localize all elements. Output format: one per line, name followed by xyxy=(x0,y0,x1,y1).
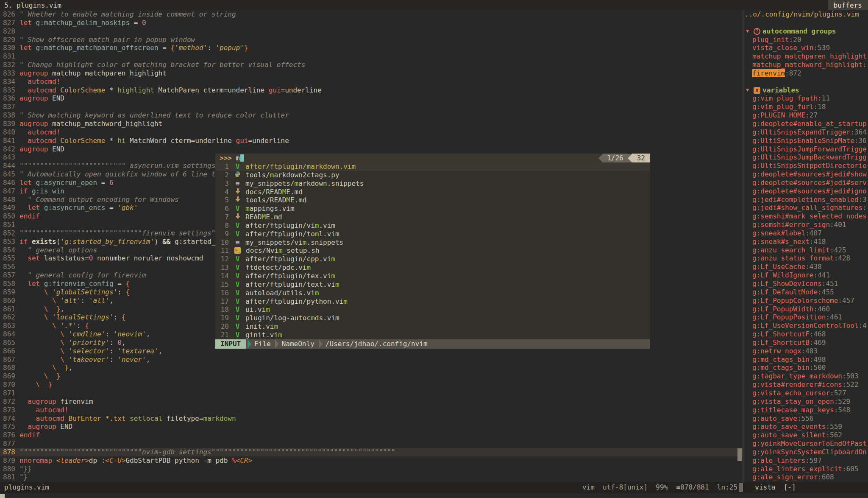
sidebar-symbol-item[interactable]: g:Lf_ShortcutF:468 xyxy=(743,330,868,339)
code-line[interactable]: 830let g:matchup_matchparen_offscreen = … xyxy=(0,44,743,52)
sidebar-symbol-item[interactable]: g:md_ctags_bin:500 xyxy=(743,364,868,372)
sidebar-symbol-item[interactable]: g:Lf_PopupPosition:461 xyxy=(743,313,868,322)
code-line[interactable]: 867 \ 'takeover': 'never', xyxy=(0,355,743,364)
code-line[interactable]: 879nnoremap <leader>dp :<C-U>GdbStartPDB… xyxy=(0,456,743,465)
code-line[interactable]: 874 autocmd BufEnter *.txt setlocal file… xyxy=(0,414,743,423)
sidebar-symbol-item[interactable]: g:UltiSnipsExpandTrigger:364 xyxy=(743,128,868,137)
sidebar-symbol-item[interactable]: g:Lf_PopupColorscheme:457 xyxy=(743,297,868,305)
code-line[interactable]: 831 xyxy=(0,52,743,61)
sidebar-symbol-item[interactable]: g:deoplete#enable_at_startup xyxy=(743,120,868,128)
sidebar-symbol-item[interactable]: matchup_matchparen_highlight xyxy=(743,52,868,61)
file-result-row[interactable]: 19Vplugin/log-autocmds.vim xyxy=(215,314,650,322)
file-result-row[interactable]: 17Vafter/ftplugin/python.vim xyxy=(215,297,650,306)
code-line[interactable]: 833augroup matchup_matchparen_highlight xyxy=(0,69,743,78)
buffers-panel-tab[interactable]: buffers xyxy=(828,0,868,10)
code-line[interactable]: 881"} xyxy=(0,473,743,481)
sidebar-symbol-item[interactable]: g:deoplete#sources#jedi#igno xyxy=(743,187,868,196)
file-result-row[interactable]: 6Vmappings.vim xyxy=(215,204,650,213)
file-result-row[interactable]: 4docs/README.md xyxy=(215,188,650,196)
code-line[interactable]: 840 autocmd! xyxy=(0,128,743,137)
code-line[interactable]: 828 xyxy=(0,27,743,36)
sidebar-symbol-item[interactable]: g:UltiSnipsEnableSnipMate:36 xyxy=(743,137,868,145)
sidebar-symbol-item[interactable]: g:ale_linters:597 xyxy=(743,456,868,465)
code-line[interactable]: 838" Show matching keyword as underlined… xyxy=(0,111,743,120)
sidebar-symbol-item[interactable]: g:anzu_search_limit:425 xyxy=(743,246,868,255)
file-result-row[interactable]: 10≡my_snippets/vim.snippets xyxy=(215,238,650,247)
sidebar-symbol-item[interactable]: g:Lf_WildIgnore:441 xyxy=(743,271,868,280)
sidebar-symbol-item[interactable]: g:Lf_ShowDevIcons:451 xyxy=(743,280,868,288)
sidebar-symbol-item[interactable]: g:deoplete#sources#jedi#show xyxy=(743,170,868,179)
sidebar-symbol-item[interactable]: g:yoinkSyncSystemClipboardOn xyxy=(743,448,868,456)
sidebar-symbol-item[interactable]: g:tagbar_type_markdown:503 xyxy=(743,372,868,380)
code-line[interactable]: 841 autocmd ColorScheme * hi MatchWord c… xyxy=(0,137,743,145)
sidebar-symbol-item[interactable]: g:vim_plug_furl:18 xyxy=(743,103,868,111)
sidebar-symbol-item[interactable]: g:jedi#completions_enabled:3 xyxy=(743,196,868,204)
file-result-row[interactable]: 5tools/README.md xyxy=(215,196,650,204)
file-result-row[interactable]: 9Vafter/ftplugin/toml.vim xyxy=(215,230,650,238)
sidebar-section-header[interactable]: ▼xvariables xyxy=(743,86,868,95)
file-result-row[interactable]: 12Vafter/ftplugin/cpp.vim xyxy=(215,255,650,263)
file-result-row[interactable]: 21Vginit.vim xyxy=(215,331,650,339)
file-result-row[interactable]: 13Vftdetect/pdc.vim xyxy=(215,263,650,272)
code-line[interactable]: 876endif xyxy=(0,431,743,439)
sidebar-symbol-item[interactable]: g:auto_save_events:559 xyxy=(743,422,868,431)
sidebar-symbol-item[interactable]: g:titlecase_map_keys:548 xyxy=(743,406,868,414)
code-line[interactable]: 871 xyxy=(0,389,743,397)
sidebar-symbol-item[interactable]: g:anzu_status_format:428 xyxy=(743,254,868,263)
file-result-row[interactable]: 15Vafter/ftplugin/text.vim xyxy=(215,280,650,289)
code-line[interactable]: 873 autocmd! xyxy=(0,406,743,414)
sidebar-symbol-item[interactable]: firenvim:872 xyxy=(743,69,868,78)
code-line[interactable]: 826" Whether to enable matching inside c… xyxy=(0,10,743,19)
sidebar-symbol-item[interactable]: g:vim_plug_fpath:11 xyxy=(743,94,868,103)
sidebar-symbol-item[interactable]: g:sneak#s_next:418 xyxy=(743,238,868,246)
code-line[interactable]: 839augroup matchup_matchword_highlight xyxy=(0,120,743,128)
sidebar-symbol-item[interactable]: g:vista#renderer#icons:522 xyxy=(743,380,868,389)
code-line[interactable]: 875 augroup END xyxy=(0,422,743,431)
sidebar-symbol-item[interactable]: g:ale_linters_explicit:605 xyxy=(743,465,868,473)
sidebar-symbol-item[interactable]: g:Lf_PopupWidth:460 xyxy=(743,305,868,313)
sidebar-symbol-item[interactable]: g:sneak#label:407 xyxy=(743,229,868,238)
collapse-arrow-icon[interactable]: ▼ xyxy=(746,86,754,95)
collapse-arrow-icon[interactable]: ▼ xyxy=(746,27,754,36)
sidebar-symbol-item[interactable]: g:deoplete#sources#jedi#serv xyxy=(743,179,868,187)
sidebar-symbol-item[interactable]: plug_init:20 xyxy=(743,36,868,44)
sidebar-symbol-item[interactable]: g:UltiSnipsJumpForwardTrigge xyxy=(743,145,868,154)
file-result-row[interactable]: 3≡my_snippets/markdown.snippets xyxy=(215,179,650,188)
sidebar-symbol-item[interactable]: g:md_ctags_bin:498 xyxy=(743,355,868,364)
fuzzy-search-input[interactable]: >>> m 1/26 32 xyxy=(215,154,650,162)
sidebar-symbol-item[interactable]: g:auto_save:556 xyxy=(743,414,868,423)
sidebar-symbol-item[interactable]: g:yoinkMoveCursorToEndOfPast xyxy=(743,439,868,448)
file-result-row[interactable]: 20Vinit.vim xyxy=(215,322,650,331)
sidebar-symbol-item[interactable]: g:jedi#show_call_signatures: xyxy=(743,204,868,212)
code-line[interactable]: 834 autocmd! xyxy=(0,78,743,86)
file-result-row[interactable]: 11>_docs/Nvim_setup.sh xyxy=(215,246,650,255)
code-line[interactable]: 835 autocmd ColorScheme * highlight Matc… xyxy=(0,86,743,95)
sidebar-symbol-item[interactable]: g:ale_sign_error:608 xyxy=(743,473,868,481)
sidebar-symbol-item[interactable]: vista_close_win:539 xyxy=(743,44,868,52)
code-line[interactable]: 842augroup END xyxy=(0,145,743,154)
sidebar-section-header[interactable]: ▼?autocommand groups xyxy=(743,27,868,36)
file-result-row[interactable]: 1Vafter/ftplugin/markdown.vim xyxy=(215,162,650,171)
sidebar-symbol-item[interactable]: g:Lf_DefaultMode:455 xyxy=(743,288,868,297)
sidebar-symbol-item[interactable]: g:vista_echo_cursor:527 xyxy=(743,389,868,397)
sidebar-symbol-item[interactable]: matchup_matchword_highlight: xyxy=(743,61,868,69)
code-line[interactable]: 837 xyxy=(0,103,743,111)
code-line[interactable]: 877 xyxy=(0,439,743,448)
code-line[interactable]: 832" Change highlight color of matching … xyxy=(0,61,743,69)
sidebar-symbol-item[interactable]: g:netrw_nogx:483 xyxy=(743,347,868,355)
code-line[interactable]: 827let g:matchup_delim_noskips = 0 xyxy=(0,19,743,27)
code-line[interactable]: 880"}} xyxy=(0,465,743,473)
code-line[interactable]: 872 augroup firenvim xyxy=(0,397,743,406)
sidebar-symbol-item[interactable]: g:auto_save_silent:562 xyxy=(743,431,868,439)
code-line[interactable]: 869 \ } xyxy=(0,372,743,380)
code-line[interactable]: 829" Show offscreen match pair in popup … xyxy=(0,36,743,44)
sidebar-symbol-item[interactable]: g:semshi#mark_selected_nodes xyxy=(743,212,868,221)
file-result-row[interactable]: 16Vautoload/utils.vim xyxy=(215,289,650,297)
sidebar-symbol-item[interactable]: g:Lf_UseCache:438 xyxy=(743,263,868,271)
sidebar-symbol-item[interactable]: g:UltiSnipsJumpBackwardTrigg xyxy=(743,153,868,162)
file-result-row[interactable]: 18Vui.vim xyxy=(215,305,650,314)
command-line[interactable] xyxy=(0,493,868,498)
file-result-row[interactable]: 7README.md xyxy=(215,213,650,221)
code-line[interactable]: 836augroup END xyxy=(0,94,743,103)
sidebar-symbol-item[interactable]: g:semshi#error_sign:401 xyxy=(743,221,868,229)
